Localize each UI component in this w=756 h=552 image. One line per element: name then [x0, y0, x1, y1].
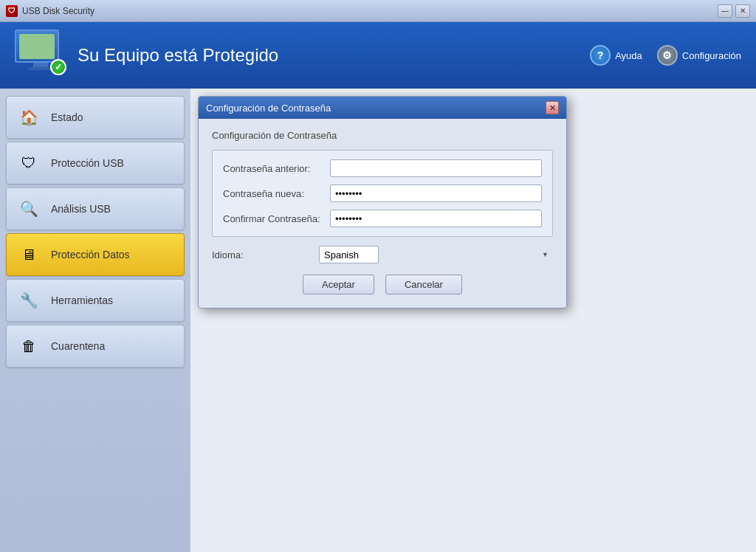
new-password-row: Contraseña nueva: — [223, 184, 542, 202]
current-password-label: Contraseña anterior: — [223, 163, 330, 174]
confirm-password-input[interactable] — [330, 210, 542, 227]
help-icon: ? — [590, 45, 611, 66]
sidebar-label-analisis-usb: Análisis USB — [51, 203, 111, 215]
sidebar-item-estado[interactable]: 🏠 Estado — [6, 96, 185, 139]
monitor-graphic: ✓ — [15, 30, 66, 81]
sidebar-label-proteccion-datos: Protección Datos — [51, 249, 130, 261]
help-button[interactable]: ? Ayuda — [590, 45, 642, 66]
sidebar-label-estado: Estado — [51, 111, 83, 123]
search-icon: 🔍 — [16, 196, 42, 222]
sidebar-item-analisis-usb[interactable]: 🔍 Análisis USB — [6, 187, 185, 230]
current-password-input[interactable] — [330, 159, 542, 177]
tools-icon: 🔧 — [16, 287, 42, 314]
app-icon: 🛡 — [6, 5, 18, 17]
gear-icon: ⚙ — [657, 45, 678, 66]
help-label: Ayuda — [615, 50, 642, 61]
minimize-button[interactable]: — — [718, 4, 732, 18]
sidebar-label-herramientas: Herramientas — [51, 294, 113, 306]
dialog-body: Configuración de Contraseña Contraseña a… — [199, 119, 566, 308]
dialog-buttons: Aceptar Cancelar — [212, 275, 553, 294]
titlebar: 🛡 USB Disk Security — ✕ — [0, 0, 756, 22]
sidebar-item-proteccion-usb[interactable]: 🛡 Protección USB — [6, 142, 185, 184]
app-title: USB Disk Security — [22, 6, 94, 16]
titlebar-left: 🛡 USB Disk Security — [6, 5, 94, 17]
close-button[interactable]: ✕ — [735, 4, 750, 18]
cancel-button[interactable]: Cancelar — [385, 275, 462, 294]
main-area: 🏠 Estado 🛡 Protección USB 🔍 Análisis USB… — [0, 89, 756, 552]
dialog-fields-group: Contraseña anterior: Contraseña nueva: C… — [212, 150, 553, 237]
check-badge: ✓ — [50, 59, 66, 75]
sidebar-label-cuarentena: Cuarentena — [51, 340, 105, 352]
new-password-label: Contraseña nueva: — [223, 188, 330, 199]
sidebar-item-proteccion-datos[interactable]: 🖥 Protección Datos — [6, 233, 185, 276]
language-select-wrapper: Spanish English French German Italian Po… — [319, 246, 553, 263]
dialog-section-title: Configuración de Contraseña — [212, 130, 553, 141]
new-password-input[interactable] — [330, 184, 542, 202]
content-area: Prevención de Pérdida de Datos atos conf… — [190, 89, 756, 552]
confirm-password-label: Confirmar Contraseña: — [223, 213, 330, 224]
config-button[interactable]: ⚙ Configuración — [657, 45, 741, 66]
sidebar-item-cuarentena[interactable]: 🗑 Cuarentena — [6, 325, 185, 368]
dialog-close-button[interactable]: ✕ — [546, 101, 559, 114]
header: ✓ Su Equipo está Protegido ? Ayuda ⚙ Con… — [0, 22, 756, 89]
sidebar-item-herramientas[interactable]: 🔧 Herramientas — [6, 279, 185, 322]
sidebar-label-proteccion-usb: Protección USB — [51, 157, 124, 169]
header-actions: ? Ayuda ⚙ Configuración — [590, 45, 741, 66]
dialog-overlay: Configuración de Contraseña ✕ Configurac… — [190, 89, 756, 552]
monitor-icon: 🖥 — [16, 241, 42, 268]
language-select[interactable]: Spanish English French German Italian Po… — [319, 246, 379, 263]
accept-button[interactable]: Aceptar — [303, 275, 374, 294]
dialog-titlebar: Configuración de Contraseña ✕ — [199, 97, 566, 119]
confirm-password-row: Confirmar Contraseña: — [223, 210, 542, 227]
shield-icon: 🛡 — [16, 150, 42, 176]
trash-icon: 🗑 — [16, 333, 42, 359]
header-title: Su Equipo está Protegido — [78, 45, 590, 66]
dialog-title: Configuración de Contraseña — [206, 103, 331, 114]
home-icon: 🏠 — [16, 104, 42, 131]
config-label: Configuración — [682, 50, 741, 61]
language-label: Idioma: — [212, 249, 319, 261]
language-row: Idioma: Spanish English French German It… — [212, 246, 553, 263]
titlebar-controls: — ✕ — [718, 4, 750, 18]
current-password-row: Contraseña anterior: — [223, 159, 542, 177]
password-dialog: Configuración de Contraseña ✕ Configurac… — [198, 96, 567, 308]
sidebar: 🏠 Estado 🛡 Protección USB 🔍 Análisis USB… — [0, 89, 190, 552]
